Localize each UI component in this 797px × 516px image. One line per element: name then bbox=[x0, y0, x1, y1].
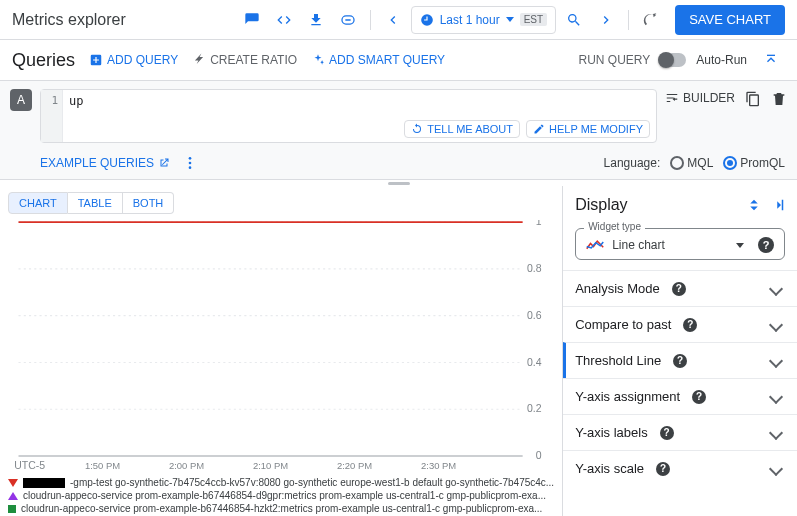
panel-sections: Analysis Mode ? Compare to past ? Thresh… bbox=[563, 270, 797, 486]
promql-radio[interactable]: PromQL bbox=[723, 156, 785, 170]
chevron-down-icon bbox=[769, 353, 783, 367]
create-ratio-button[interactable]: CREATE RATIO bbox=[192, 53, 297, 67]
tell-me-about-button[interactable]: TELL ME ABOUT bbox=[404, 120, 520, 138]
chart-svg: 10.80.60.40.20UTC-51:50 PM2:00 PM2:10 PM… bbox=[8, 220, 554, 475]
chevron-down-icon bbox=[769, 461, 783, 475]
legend-item[interactable]: -gmp-test go-synthetic-7b475c4ccb-kv57v:… bbox=[8, 477, 554, 488]
display-header: Display bbox=[563, 186, 797, 222]
more-icon[interactable] bbox=[182, 155, 198, 171]
section-title: Threshold Line bbox=[575, 353, 661, 368]
example-queries-button[interactable]: EXAMPLE QUERIES bbox=[40, 156, 170, 170]
legend-item[interactable]: cloudrun-appeco-service prom-example-b67… bbox=[8, 503, 554, 514]
download-icon[interactable] bbox=[302, 6, 330, 34]
add-smart-query-button[interactable]: ADD SMART QUERY bbox=[311, 53, 445, 67]
queries-bar: Queries ADD QUERY CREATE RATIO ADD SMART… bbox=[0, 40, 797, 81]
widget-type-selector[interactable]: Widget type Line chart ? bbox=[575, 228, 785, 260]
chart-column: CHART TABLE BOTH 10.80.60.40.20UTC-51:50… bbox=[0, 186, 563, 516]
open-external-icon bbox=[158, 157, 170, 169]
tell-me-about-label: TELL ME ABOUT bbox=[427, 123, 513, 135]
editor-ai-assists: TELL ME ABOUT HELP ME MODIFY bbox=[404, 120, 650, 138]
chevron-down-icon bbox=[769, 317, 783, 331]
feedback-icon[interactable] bbox=[238, 6, 266, 34]
mql-label: MQL bbox=[687, 156, 713, 170]
example-queries-label: EXAMPLE QUERIES bbox=[40, 156, 154, 170]
svg-text:0: 0 bbox=[536, 449, 542, 461]
section-title: Compare to past bbox=[575, 317, 671, 332]
section-title: Analysis Mode bbox=[575, 281, 660, 296]
tab-table[interactable]: TABLE bbox=[68, 192, 123, 214]
top-header: Metrics explorer Last 1 hour EST SAVE CH… bbox=[0, 0, 797, 40]
legend-swatch bbox=[8, 479, 18, 487]
builder-button[interactable]: BUILDER bbox=[665, 91, 735, 105]
add-query-button[interactable]: ADD QUERY bbox=[89, 53, 178, 67]
tab-both[interactable]: BOTH bbox=[123, 192, 175, 214]
auto-run-label: Auto-Run bbox=[696, 53, 747, 67]
auto-refresh-off-icon[interactable] bbox=[637, 6, 665, 34]
help-icon[interactable]: ? bbox=[683, 318, 697, 332]
legend-label: cloudrun-appeco-service prom-example-b67… bbox=[21, 503, 542, 514]
query-footer: EXAMPLE QUERIES Language: MQL PromQL bbox=[10, 151, 787, 179]
svg-text:0.2: 0.2 bbox=[527, 402, 542, 414]
link-icon[interactable] bbox=[334, 6, 362, 34]
tab-chart[interactable]: CHART bbox=[8, 192, 68, 214]
timezone-badge: EST bbox=[520, 13, 547, 26]
add-smart-query-label: ADD SMART QUERY bbox=[329, 53, 445, 67]
display-title: Display bbox=[575, 196, 627, 214]
radio-mql-icon bbox=[670, 156, 684, 170]
radio-promql-icon bbox=[723, 156, 737, 170]
legend-swatch bbox=[8, 492, 18, 500]
time-range-selector[interactable]: Last 1 hour EST bbox=[411, 6, 557, 34]
panel-section[interactable]: Analysis Mode ? bbox=[563, 270, 797, 306]
svg-point-1 bbox=[189, 162, 192, 165]
chevron-down-icon bbox=[769, 281, 783, 295]
svg-text:2:30 PM: 2:30 PM bbox=[421, 460, 456, 471]
query-editor[interactable]: 1 up TELL ME ABOUT HELP ME MODIFY bbox=[40, 89, 657, 143]
page-title: Metrics explorer bbox=[12, 11, 126, 29]
panel-section[interactable]: Y-axis labels ? bbox=[563, 414, 797, 450]
language-label: Language: bbox=[604, 156, 661, 170]
svg-text:1: 1 bbox=[536, 220, 542, 227]
section-title: Y-axis assignment bbox=[575, 389, 680, 404]
prev-time-icon[interactable] bbox=[379, 6, 407, 34]
help-icon[interactable]: ? bbox=[660, 426, 674, 440]
help-icon[interactable]: ? bbox=[692, 390, 706, 404]
plus-box-icon bbox=[89, 53, 103, 67]
chart-plot[interactable]: 10.80.60.40.20UTC-51:50 PM2:00 PM2:10 PM… bbox=[8, 220, 554, 475]
copy-icon[interactable] bbox=[745, 91, 761, 107]
tune-icon bbox=[665, 91, 679, 105]
time-range-label: Last 1 hour bbox=[440, 13, 500, 27]
next-time-icon[interactable] bbox=[592, 6, 620, 34]
panel-section[interactable]: Y-axis assignment ? bbox=[563, 378, 797, 414]
auto-run-toggle[interactable] bbox=[660, 53, 686, 67]
section-title: Y-axis labels bbox=[575, 425, 648, 440]
caret-down-icon bbox=[736, 243, 744, 248]
edit-sparkle-icon bbox=[533, 123, 545, 135]
panel-section[interactable]: Compare to past ? bbox=[563, 306, 797, 342]
chevron-down-icon bbox=[769, 389, 783, 403]
delete-icon[interactable] bbox=[771, 91, 787, 107]
help-icon[interactable]: ? bbox=[672, 282, 686, 296]
collapse-queries-icon[interactable] bbox=[757, 46, 785, 74]
run-query-button[interactable]: RUN QUERY bbox=[579, 53, 651, 67]
svg-point-0 bbox=[189, 157, 192, 160]
help-icon[interactable]: ? bbox=[758, 237, 774, 253]
help-icon[interactable]: ? bbox=[673, 354, 687, 368]
svg-text:2:10 PM: 2:10 PM bbox=[253, 460, 288, 471]
help-icon[interactable]: ? bbox=[656, 462, 670, 476]
mql-radio[interactable]: MQL bbox=[670, 156, 713, 170]
top-header-actions: Last 1 hour EST SAVE CHART bbox=[238, 5, 785, 35]
redacted-text bbox=[23, 478, 65, 488]
search-time-icon[interactable] bbox=[560, 6, 588, 34]
legend-item[interactable]: cloudrun-appeco-service prom-example-b67… bbox=[8, 490, 554, 501]
divider bbox=[370, 10, 371, 30]
legend-label: -gmp-test go-synthetic-7b475c4ccb-kv57v:… bbox=[70, 477, 554, 488]
help-me-modify-button[interactable]: HELP ME MODIFY bbox=[526, 120, 650, 138]
svg-text:UTC-5: UTC-5 bbox=[14, 459, 45, 471]
panel-collapse-icon[interactable] bbox=[769, 196, 787, 214]
panel-section[interactable]: Y-axis scale ? bbox=[563, 450, 797, 486]
panel-section[interactable]: Threshold Line ? bbox=[563, 342, 797, 378]
save-chart-button[interactable]: SAVE CHART bbox=[675, 5, 785, 35]
legend-label: cloudrun-appeco-service prom-example-b67… bbox=[23, 490, 546, 501]
expand-collapse-icon[interactable] bbox=[745, 196, 763, 214]
code-icon[interactable] bbox=[270, 6, 298, 34]
